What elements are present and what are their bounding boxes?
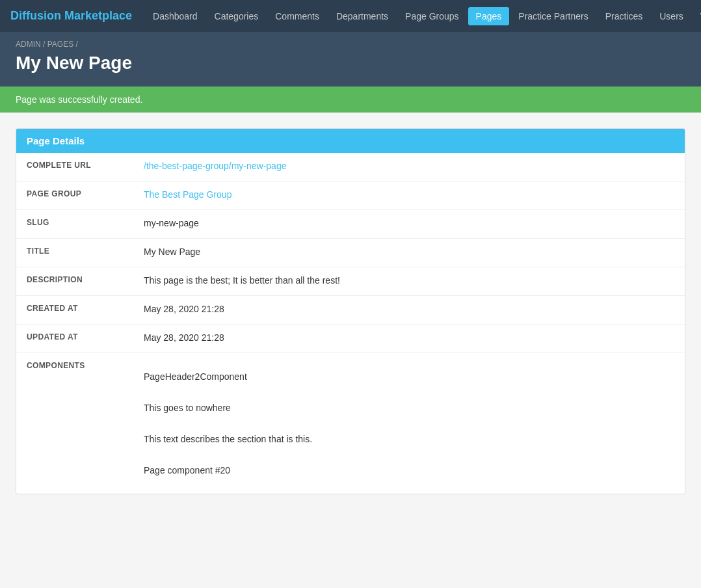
page-group-row: PAGE GROUP The Best Page Group [16, 181, 685, 210]
slug-value: my-new-page [133, 210, 685, 236]
nav-comments[interactable]: Comments [267, 7, 327, 25]
nav-practice-partners[interactable]: Practice Partners [510, 7, 596, 25]
description-label: DESCRIPTION [16, 267, 133, 292]
slug-row: SLUG my-new-page [16, 210, 685, 239]
nav-pages[interactable]: Pages [468, 7, 510, 25]
updated-at-value: May 28, 2020 21:28 [133, 325, 685, 351]
title-row: TITLE My New Page [16, 239, 685, 267]
component-item-0: PageHeader2Component [144, 366, 674, 387]
main-content: Page Details COMPLETE URL /the-best-page… [0, 113, 701, 510]
nav-dashboard[interactable]: Dashboard [145, 7, 205, 25]
page-group-value: The Best Page Group [133, 181, 685, 207]
success-alert: Page was successfully created. [0, 87, 701, 113]
breadcrumb-pages[interactable]: PAGES [47, 40, 73, 49]
updated-at-row: UPDATED AT May 28, 2020 21:28 [16, 325, 685, 353]
component-item-1: This goes to nowhere [144, 397, 674, 418]
complete-url-link[interactable]: /the-best-page-group/my-new-page [144, 161, 286, 171]
title-label: TITLE [16, 239, 133, 263]
complete-url-value: /the-best-page-group/my-new-page [133, 153, 685, 179]
created-at-label: CREATED AT [16, 296, 133, 321]
navbar: Diffusion Marketplace Dashboard Categori… [0, 0, 701, 32]
page-title: My New Page [16, 53, 685, 74]
components-block: PageHeader2Component This goes to nowher… [144, 361, 674, 486]
updated-at-label: UPDATED AT [16, 325, 133, 349]
nav-departments[interactable]: Departments [328, 7, 396, 25]
components-value: PageHeader2Component This goes to nowher… [133, 353, 685, 494]
components-row: COMPONENTS PageHeader2Component This goe… [16, 353, 685, 494]
nav-links: Dashboard Categories Comments Department… [145, 7, 701, 25]
nav-users[interactable]: Users [652, 7, 691, 25]
breadcrumb-admin[interactable]: ADMIN [16, 40, 41, 49]
page-group-link[interactable]: The Best Page Group [144, 189, 231, 200]
created-at-row: CREATED AT May 28, 2020 21:28 [16, 296, 685, 325]
component-item-3: Page component #20 [144, 460, 674, 481]
complete-url-row: COMPLETE URL /the-best-page-group/my-new… [16, 153, 685, 181]
description-value: This page is the best; It is better than… [133, 267, 685, 293]
title-value: My New Page [133, 239, 685, 265]
brand-link[interactable]: Diffusion Marketplace [10, 9, 132, 23]
page-details-card: Page Details COMPLETE URL /the-best-page… [16, 128, 685, 494]
page-header: ADMIN / PAGES / My New Page [0, 32, 701, 87]
component-item-2: This text describes the section that is … [144, 429, 674, 449]
nav-categories[interactable]: Categories [207, 7, 267, 25]
complete-url-label: COMPLETE URL [16, 153, 133, 178]
breadcrumb: ADMIN / PAGES / [16, 40, 685, 49]
components-label: COMPONENTS [16, 353, 133, 378]
alert-message: Page was successfully created. [16, 94, 142, 105]
slug-label: SLUG [16, 210, 133, 235]
nav-practices[interactable]: Practices [598, 7, 651, 25]
page-group-label: PAGE GROUP [16, 181, 133, 206]
card-body: COMPLETE URL /the-best-page-group/my-new… [16, 153, 685, 494]
created-at-value: May 28, 2020 21:28 [133, 296, 685, 322]
card-header: Page Details [16, 129, 685, 153]
description-row: DESCRIPTION This page is the best; It is… [16, 267, 685, 296]
nav-page-groups[interactable]: Page Groups [397, 7, 467, 25]
nav-versions[interactable]: Versions [693, 7, 701, 25]
